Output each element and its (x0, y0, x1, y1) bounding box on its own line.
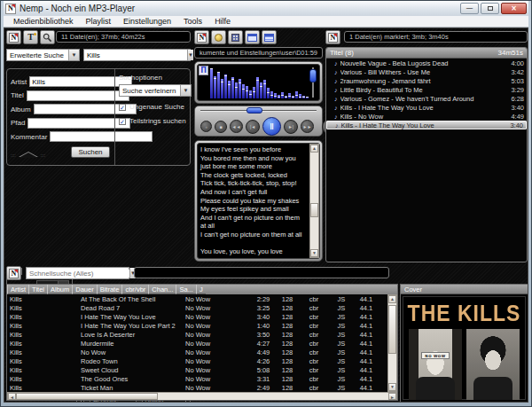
rewind-button[interactable]: ◄◄ (230, 120, 243, 133)
table-column-header[interactable]: Album (47, 285, 72, 294)
menu-item[interactable]: Einstellungen (117, 17, 177, 26)
volume-slider[interactable] (312, 67, 314, 98)
minimize-button[interactable]: — (460, 3, 479, 14)
scroll-right-icon[interactable]: ► (388, 393, 396, 400)
search-query-combo[interactable] (83, 49, 191, 61)
lyrics-scrollbar[interactable]: ▲ ▼ (309, 144, 319, 258)
refine-mode-select[interactable]: Suche verfeinern (119, 84, 192, 97)
table-column-header[interactable]: Artist (7, 285, 28, 294)
table-row[interactable]: Kills I Hate The Way You Love No Wow 3:4… (7, 312, 387, 321)
quicksearch-combo[interactable] (26, 267, 129, 279)
next-button[interactable]: ►| (284, 120, 298, 134)
chevron-down-icon[interactable] (180, 85, 191, 96)
table-column-header[interactable]: Bitrate (97, 285, 122, 294)
playlist-item[interactable]: Little Birdy - Beautiful To Me 3:29 (326, 85, 527, 94)
search-button-toolbar[interactable] (40, 30, 55, 44)
scrollbar-thumb[interactable] (16, 393, 158, 400)
chevron-down-icon[interactable] (187, 50, 193, 60)
table-row[interactable]: Kills Love Is A Deserter No Wow 3:50 128… (7, 330, 387, 339)
playlist-item[interactable]: Kills - I Hate The Way You Love 3:40 (326, 103, 527, 112)
scrollbar-thumb[interactable] (310, 203, 318, 217)
library-home-button[interactable]: N (6, 30, 21, 44)
search-query-input[interactable] (84, 51, 187, 59)
table-row[interactable]: Kills Murdermile No Wow 4:27 128 cbr JS … (7, 339, 387, 348)
spectrum-bar (292, 96, 294, 98)
maximize-button[interactable] (481, 3, 499, 14)
table-column-header[interactable]: J (196, 285, 206, 294)
record-button[interactable]: ● (200, 121, 212, 132)
chevron-down-icon[interactable] (68, 50, 79, 60)
edit-tags-button[interactable]: T (23, 30, 38, 44)
lyrics-panel: I know I've seen you before You bored me… (194, 140, 323, 262)
search-field-row: Pfad (11, 118, 110, 129)
album-cover-art[interactable]: THE KILLS NO WOW (403, 296, 526, 400)
fuzzy-search-checkbox[interactable] (119, 104, 126, 111)
playlist-item[interactable]: 2raumwohnung - Jemand fährt 5:03 (326, 76, 527, 85)
table-row[interactable]: Kills Dead Road 7 No Wow 3:25 128 cbr JS… (7, 303, 387, 312)
visualization-mode-icon[interactable]: Π (199, 66, 208, 75)
quicksearch-menu-button[interactable]: N (6, 266, 21, 280)
sleep-timer-button[interactable] (211, 30, 226, 44)
table-vertical-scrollbar[interactable]: ▲ ▼ (387, 294, 397, 392)
search-submit-button[interactable]: Suchen (71, 146, 110, 158)
player-controls-panel: ● ■ ◄◄ |◄ ‖ ►| ►► ∪ (194, 106, 323, 137)
playlist-item[interactable]: Various - Gomez - We haven't Turned Arou… (326, 94, 527, 103)
playlist-header[interactable]: Titel (8) 34m51s (326, 48, 527, 59)
show-playlist-button[interactable] (245, 30, 260, 44)
spectrum-bar (281, 92, 284, 98)
table-column-header[interactable]: Dauer (72, 285, 96, 294)
equalizer-button[interactable] (228, 30, 243, 44)
quicksearch-input[interactable] (27, 270, 129, 278)
scroll-down-icon[interactable]: ▼ (310, 249, 318, 257)
playlist-stats-display: 1 Datei(en) markiert; 3mb; 3m40s (344, 31, 528, 43)
album-title-text: THE KILLS (403, 300, 525, 327)
table-horizontal-scrollbar[interactable]: ◄ ► (7, 392, 397, 401)
volume-thumb[interactable] (309, 69, 317, 82)
title-bar[interactable]: N Nemp - Noch ein MP3-Player — × (4, 1, 528, 16)
scroll-up-icon[interactable]: ▲ (310, 145, 318, 153)
substring-search-checkbox[interactable] (119, 118, 126, 125)
show-details-button[interactable] (262, 30, 277, 44)
close-button[interactable]: × (501, 3, 527, 14)
table-column-header[interactable]: Chan... (148, 285, 176, 294)
search-mode-select[interactable]: Erweiterte Suche (6, 49, 80, 61)
playlist-title-count: Titel (8) (330, 49, 498, 57)
table-row[interactable]: Kills At The Back Of The Shell No Wow 2:… (7, 294, 387, 303)
seek-slider[interactable] (200, 110, 317, 112)
menu-item[interactable]: Medienbibliothek (7, 17, 80, 26)
previous-button[interactable]: |◄ (246, 120, 260, 134)
pause-button[interactable]: ‖ (262, 117, 281, 136)
field-label: Artist (11, 78, 27, 86)
stop-button[interactable]: ■ (215, 121, 227, 133)
playlist-item[interactable]: Nouvelle Vague - Bela Lugosis Dead 4:00 (326, 59, 527, 67)
spectrum-bar (260, 82, 262, 98)
spectrum-bar (239, 79, 241, 98)
menu-item[interactable]: Hilfe (208, 17, 237, 26)
field-label: Pfad (11, 119, 25, 127)
table-row[interactable]: Kills The Good Ones No Wow 3:31 128 cbr … (7, 374, 387, 383)
fast-forward-button[interactable]: ►► (301, 120, 314, 133)
table-column-header[interactable]: Titel (28, 285, 47, 294)
playlist-menu-button[interactable]: N (325, 30, 340, 44)
spectrum-bar (285, 96, 287, 99)
scroll-down-icon[interactable]: ▼ (388, 383, 396, 391)
seek-thumb[interactable] (246, 107, 262, 113)
collapse-splitter[interactable]: :::: :::: (11, 153, 45, 158)
scroll-up-icon[interactable]: ▲ (388, 295, 396, 303)
menu-item[interactable]: Tools (177, 17, 208, 26)
table-row[interactable]: Kills Sweet Cloud No Wow 5:08 128 cbr JS… (7, 365, 387, 374)
table-row[interactable]: Kills Ticket Man No Wow 2:49 128 cbr JS … (7, 383, 387, 392)
nemp-button[interactable]: N (194, 30, 209, 44)
playlist-item[interactable]: Various - Bill Withers - Use Me 3:42 (326, 67, 527, 76)
table-row[interactable]: Kills No Wow No Wow 4:49 128 cbr JS 44.1 (7, 348, 387, 356)
scroll-left-icon[interactable]: ◄ (8, 393, 16, 400)
spectrum-bar (267, 88, 270, 98)
playlist-item[interactable]: Kills - I Hate The Way You Love 3:40 (326, 121, 527, 129)
menu-item[interactable]: Playlist (80, 17, 118, 26)
scrollbar-thumb[interactable] (388, 305, 396, 354)
table-row[interactable]: Kills Rodeo Town No Wow 4:26 128 cbr JS … (7, 356, 387, 365)
table-row[interactable]: Kills I Hate The Way You Love Part 2 No … (7, 321, 387, 330)
playlist-item[interactable]: Kills - No Wow 4:49 (326, 112, 527, 121)
table-column-header[interactable]: cbr/vbr (121, 285, 148, 294)
table-column-header[interactable]: Sa... (176, 285, 195, 294)
